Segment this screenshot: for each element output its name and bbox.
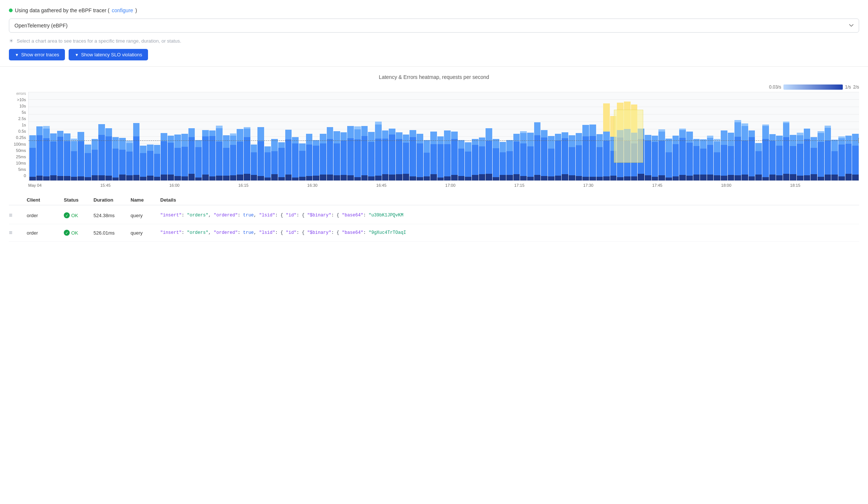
bar-col[interactable]: [569, 92, 575, 180]
bar-col[interactable]: [472, 92, 479, 180]
bar-col[interactable]: [721, 92, 727, 180]
bar-col[interactable]: [417, 92, 423, 180]
bar-col[interactable]: [783, 92, 790, 180]
bar-col[interactable]: [140, 92, 147, 180]
bar-col[interactable]: [825, 92, 831, 180]
bar-col[interactable]: [562, 92, 568, 180]
heatmap-bars[interactable]: [29, 92, 859, 180]
bar-col[interactable]: [437, 92, 444, 180]
bar-col[interactable]: [36, 92, 43, 180]
bar-col[interactable]: [389, 92, 395, 180]
bar-col[interactable]: [354, 92, 361, 180]
bar-col[interactable]: [382, 92, 389, 180]
bar-col[interactable]: [216, 92, 223, 180]
bar-col[interactable]: [327, 92, 333, 180]
row-expand-icon-1[interactable]: ≡: [9, 212, 27, 219]
bar-col[interactable]: [78, 92, 84, 180]
bar-col[interactable]: [631, 92, 638, 180]
bar-col[interactable]: [728, 92, 734, 180]
bar-col[interactable]: [223, 92, 230, 180]
bar-col[interactable]: [147, 92, 154, 180]
bar-col[interactable]: [119, 92, 126, 180]
bar-col[interactable]: [112, 92, 119, 180]
bar-col[interactable]: [465, 92, 471, 180]
bar-col[interactable]: [368, 92, 375, 180]
bar-col[interactable]: [202, 92, 209, 180]
bar-col[interactable]: [610, 92, 617, 180]
bar-col[interactable]: [430, 92, 437, 180]
bar-col[interactable]: [29, 92, 36, 180]
bar-col[interactable]: [679, 92, 686, 180]
bar-col[interactable]: [126, 92, 133, 180]
bar-col[interactable]: [333, 92, 340, 180]
bar-col[interactable]: [486, 92, 492, 180]
bar-col[interactable]: [271, 92, 278, 180]
bar-col[interactable]: [410, 92, 416, 180]
bar-col[interactable]: [513, 92, 520, 180]
slo-handle[interactable]: ◇: [858, 138, 859, 143]
bar-col[interactable]: [161, 92, 167, 180]
bar-col[interactable]: [755, 92, 762, 180]
bar-col[interactable]: [341, 92, 347, 180]
bar-col[interactable]: [596, 92, 603, 180]
bar-col[interactable]: [845, 92, 852, 180]
bar-col[interactable]: [375, 92, 382, 180]
bar-col[interactable]: [714, 92, 720, 180]
bar-col[interactable]: [700, 92, 707, 180]
bar-col[interactable]: [500, 92, 506, 180]
bar-col[interactable]: [85, 92, 91, 180]
configure-link[interactable]: configure: [112, 7, 133, 13]
bar-col[interactable]: [444, 92, 451, 180]
bar-col[interactable]: [790, 92, 796, 180]
bar-col[interactable]: [686, 92, 693, 180]
bar-col[interactable]: [230, 92, 237, 180]
bar-col[interactable]: [451, 92, 458, 180]
bar-col[interactable]: [762, 92, 769, 180]
bar-col[interactable]: [811, 92, 817, 180]
bar-col[interactable]: [299, 92, 306, 180]
bar-col[interactable]: [188, 92, 195, 180]
bar-col[interactable]: [658, 92, 665, 180]
bar-col[interactable]: [92, 92, 98, 180]
bar-col[interactable]: [582, 92, 589, 180]
bar-col[interactable]: [257, 92, 264, 180]
bar-col[interactable]: [292, 92, 299, 180]
bar-col[interactable]: [645, 92, 651, 180]
bar-col[interactable]: [195, 92, 202, 180]
bar-col[interactable]: [707, 92, 714, 180]
bar-col[interactable]: [797, 92, 803, 180]
bar-col[interactable]: [424, 92, 430, 180]
bar-col[interactable]: [306, 92, 313, 180]
bar-col[interactable]: [638, 92, 644, 180]
bar-col[interactable]: [603, 92, 610, 180]
bar-col[interactable]: [133, 92, 140, 180]
bar-col[interactable]: [50, 92, 57, 180]
bar-col[interactable]: [154, 92, 161, 180]
bar-col[interactable]: [285, 92, 292, 180]
bar-col[interactable]: [734, 92, 741, 180]
bar-col[interactable]: [617, 92, 624, 180]
bar-col[interactable]: [174, 92, 181, 180]
bar-col[interactable]: [57, 92, 64, 180]
table-row[interactable]: ≡ order ✓ OK 524.38ms query "insert": "o…: [9, 207, 859, 224]
bar-col[interactable]: [534, 92, 541, 180]
bar-col[interactable]: [396, 92, 402, 180]
bar-col[interactable]: [278, 92, 285, 180]
bar-col[interactable]: [804, 92, 811, 180]
bar-col[interactable]: [589, 92, 596, 180]
bar-col[interactable]: [624, 92, 631, 180]
heatmap-canvas[interactable]: ◇: [28, 92, 859, 181]
chart-area[interactable]: ◇ May 04 15:45 16:00 16:15 16:30 16:45 1…: [28, 92, 859, 188]
bar-col[interactable]: [749, 92, 755, 180]
bar-col[interactable]: [264, 92, 271, 180]
bar-col[interactable]: [458, 92, 465, 180]
bar-col[interactable]: [852, 92, 859, 180]
bar-col[interactable]: [98, 92, 105, 180]
bar-col[interactable]: [43, 92, 50, 180]
bar-col[interactable]: [506, 92, 513, 180]
bar-col[interactable]: [64, 92, 70, 180]
bar-col[interactable]: [693, 92, 700, 180]
bar-col[interactable]: [251, 92, 257, 180]
bar-col[interactable]: [652, 92, 658, 180]
bar-col[interactable]: [244, 92, 250, 180]
